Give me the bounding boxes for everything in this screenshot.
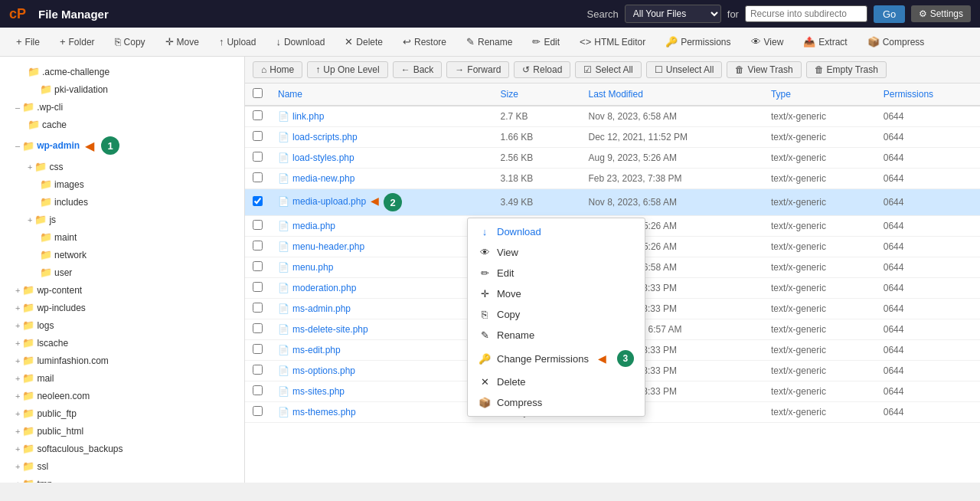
upload-button[interactable]: ↑Upload [211, 32, 265, 51]
col-size-header[interactable]: Size [493, 84, 581, 106]
cm-compress-item[interactable]: 📦 Compress [468, 392, 645, 413]
cm-edit-item[interactable]: ✏ Edit [468, 263, 645, 283]
row-checkbox[interactable] [253, 152, 263, 162]
up-one-level-button[interactable]: ↑ Up One Level [307, 61, 387, 78]
col-perms-header[interactable]: Permissions [876, 84, 980, 106]
compress-button[interactable]: 📦Compress [859, 32, 933, 51]
html-editor-button[interactable]: <>HTML Editor [571, 32, 654, 51]
edit-button[interactable]: ✏Edit [524, 32, 568, 51]
permissions-button[interactable]: 🔑Permissions [657, 32, 739, 51]
sidebar-item-tmp[interactable]: + 📁 tmp [0, 475, 244, 483]
col-name-header[interactable]: Name [270, 84, 493, 106]
sidebar-item-acme-challenge[interactable]: 📁 .acme-challenge [0, 63, 244, 80]
sidebar-item-mail[interactable]: + 📁 mail [0, 369, 244, 387]
file-name[interactable]: menu.php [292, 262, 333, 273]
select-all-button[interactable]: ☑ Select All [575, 61, 641, 78]
table-row[interactable]: 📄link.php2.7 KBNov 8, 2023, 6:58 AMtext/… [245, 106, 980, 127]
rename-button[interactable]: ✎Rename [458, 32, 521, 51]
cm-copy-item[interactable]: ⎘ Copy [468, 304, 645, 325]
unselect-all-button[interactable]: ☐ Unselect All [646, 61, 723, 78]
sidebar-item-softaculous-backups[interactable]: + 📁 softaculous_backups [0, 440, 244, 457]
sidebar-item-wp-includes[interactable]: + 📁 wp-includes [0, 299, 244, 316]
row-checkbox[interactable] [253, 282, 263, 292]
sidebar-item-user[interactable]: 📁 user [0, 264, 244, 281]
move-button[interactable]: ✛Move [157, 32, 207, 51]
select-all-checkbox[interactable] [253, 88, 263, 98]
col-modified-header[interactable]: Last Modified [580, 84, 763, 106]
search-input[interactable] [745, 5, 867, 22]
row-checkbox[interactable] [253, 196, 263, 206]
empty-trash-button[interactable]: 🗑 Empty Trash [806, 61, 887, 78]
back-button[interactable]: ← Back [393, 61, 443, 78]
file-name[interactable]: ms-options.php [292, 365, 355, 376]
sidebar-item-luminfashion[interactable]: + 📁 luminfashion.com [0, 352, 244, 369]
file-name[interactable]: link.php [292, 111, 324, 122]
row-checkbox[interactable] [253, 172, 263, 182]
home-button[interactable]: ⌂ Home [253, 61, 302, 78]
extract-button[interactable]: 📤Extract [795, 32, 855, 51]
view-button[interactable]: 👁View [743, 32, 792, 51]
forward-button[interactable]: → Forward [446, 61, 509, 78]
row-checkbox[interactable] [253, 131, 263, 141]
row-checkbox[interactable] [253, 323, 263, 333]
row-checkbox[interactable] [253, 365, 263, 375]
sidebar-item-wp-cli[interactable]: – 📁 .wp-cli [0, 98, 244, 116]
cm-rename-item[interactable]: ✎ Rename [468, 325, 645, 345]
sidebar-item-includes[interactable]: 📁 includes [0, 193, 244, 211]
col-checkbox[interactable] [245, 84, 270, 106]
download-button[interactable]: ↓Download [267, 32, 333, 51]
sidebar-item-pki-validation[interactable]: 📁 pki-validation [0, 80, 244, 98]
reload-button[interactable]: ↺ Reload [514, 61, 570, 78]
view-trash-button[interactable]: 🗑 View Trash [727, 61, 801, 78]
file-name[interactable]: ms-admin.php [292, 303, 351, 314]
row-checkbox[interactable] [253, 385, 263, 395]
sidebar-item-logs[interactable]: + 📁 logs [0, 316, 244, 334]
file-name[interactable]: ms-edit.php [292, 345, 341, 355]
sidebar-item-neoleen[interactable]: + 📁 neoleen.com [0, 387, 244, 404]
new-file-button[interactable]: +File [8, 32, 48, 51]
table-row[interactable]: 📄media-new.php3.18 KBFeb 23, 2023, 7:38 … [245, 169, 980, 189]
row-checkbox[interactable] [253, 344, 263, 354]
search-scope-select[interactable]: All Your Files Current Directory File Na… [625, 5, 721, 23]
file-name[interactable]: moderation.php [292, 283, 356, 293]
sidebar-item-lscache[interactable]: + 📁 lscache [0, 334, 244, 352]
sidebar-item-wp-admin[interactable]: – 📁 wp-admin ◀ 1 [0, 133, 244, 158]
sidebar-item-images[interactable]: 📁 images [0, 175, 244, 193]
go-button[interactable]: Go [874, 5, 905, 23]
restore-button[interactable]: ↩Restore [394, 32, 455, 51]
sidebar-item-wp-content[interactable]: + 📁 wp-content [0, 281, 244, 299]
file-name[interactable]: load-scripts.php [292, 132, 358, 142]
sidebar-item-maint[interactable]: 📁 maint [0, 228, 244, 246]
settings-button[interactable]: ⚙ Settings [911, 5, 971, 22]
delete-button[interactable]: ✕Delete [336, 32, 391, 51]
sidebar-item-js[interactable]: + 📁 js [0, 211, 244, 228]
cm-download-item[interactable]: ↓ Download [468, 221, 645, 242]
row-checkbox[interactable] [253, 261, 263, 271]
file-name[interactable]: load-styles.php [292, 152, 354, 163]
cm-change-permissions-item[interactable]: 🔑 Change Permissions ◀ 3 [468, 345, 645, 372]
table-row[interactable]: 📄media-upload.php◀23.49 KBNov 8, 2023, 6… [245, 189, 980, 216]
row-checkbox[interactable] [253, 241, 263, 250]
row-checkbox[interactable] [253, 406, 263, 416]
file-name[interactable]: media-new.php [292, 173, 354, 184]
sidebar-item-ssl[interactable]: + 📁 ssl [0, 457, 244, 475]
cm-delete-item[interactable]: ✕ Delete [468, 372, 645, 392]
file-name[interactable]: menu-header.php [292, 241, 364, 252]
sidebar-item-network[interactable]: 📁 network [0, 246, 244, 264]
file-name[interactable]: media.php [292, 221, 335, 231]
sidebar-item-public-ftp[interactable]: + 📁 public_ftp [0, 404, 244, 422]
file-name[interactable]: media-upload.php [292, 196, 366, 207]
cm-view-item[interactable]: 👁 View [468, 242, 645, 263]
file-name[interactable]: ms-themes.php [292, 407, 356, 418]
row-checkbox[interactable] [253, 303, 263, 313]
copy-button[interactable]: ⎘Copy [106, 32, 154, 51]
table-row[interactable]: 📄load-styles.php2.56 KBAug 9, 2023, 5:26… [245, 148, 980, 169]
row-checkbox[interactable] [253, 220, 263, 230]
sidebar-item-cache[interactable]: 📁 cache [0, 116, 244, 133]
cm-move-item[interactable]: ✛ Move [468, 283, 645, 304]
new-folder-button[interactable]: +Folder [51, 32, 103, 51]
file-name[interactable]: ms-delete-site.php [292, 324, 368, 335]
sidebar-item-public-html[interactable]: + 📁 public_html [0, 422, 244, 440]
table-row[interactable]: 📄load-scripts.php1.66 KBDec 12, 2021, 11… [245, 127, 980, 148]
col-type-header[interactable]: Type [763, 84, 876, 106]
